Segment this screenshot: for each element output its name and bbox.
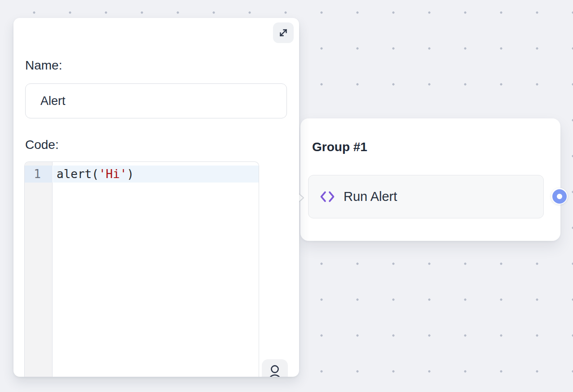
code-label: Code: <box>25 135 59 154</box>
code-icon <box>320 191 335 203</box>
group-title: Group #1 <box>312 140 367 154</box>
run-alert-node[interactable]: Run Alert <box>308 175 544 218</box>
expand-icon <box>278 27 289 38</box>
node-label: Run Alert <box>344 189 397 204</box>
code-editor[interactable]: 1 alert('Hi') <box>24 161 259 377</box>
code-line-1: alert('Hi') <box>57 166 134 183</box>
user-button[interactable] <box>262 359 288 377</box>
expand-button[interactable] <box>273 22 294 43</box>
node-editor-panel: Name: Code: 1 alert('Hi') <box>13 18 299 377</box>
group-card[interactable]: Group #1 Run Alert <box>300 118 560 241</box>
name-label: Name: <box>25 56 62 75</box>
name-input[interactable] <box>25 83 287 118</box>
code-editor-gutter <box>25 162 53 377</box>
output-handle-ring <box>552 189 567 204</box>
line-number: 1 <box>25 166 53 183</box>
code-token-close: ) <box>127 167 134 181</box>
output-handle[interactable] <box>551 188 568 205</box>
person-icon <box>268 364 282 377</box>
flow-canvas[interactable]: Name: Code: 1 alert('Hi') Group #1 <box>0 0 573 392</box>
code-token-string: 'Hi' <box>99 167 127 181</box>
code-token-call: alert( <box>57 167 99 181</box>
